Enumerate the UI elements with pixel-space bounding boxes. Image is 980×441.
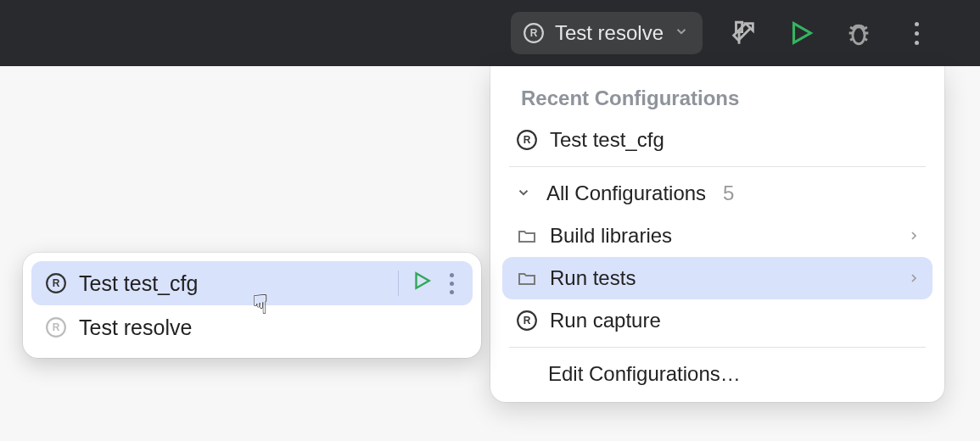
folder-icon bbox=[516, 225, 538, 247]
config-item-label: Test test_cfg bbox=[550, 128, 664, 152]
chevron-down-icon bbox=[516, 181, 531, 205]
svg-text:R: R bbox=[53, 321, 60, 333]
svg-text:R: R bbox=[53, 277, 60, 289]
run-button[interactable] bbox=[784, 16, 818, 50]
rust-icon: R bbox=[523, 22, 545, 44]
more-actions-button[interactable] bbox=[899, 16, 933, 50]
config-item-label: Run tests bbox=[550, 266, 636, 290]
recent-configs-heading: Recent Configurations bbox=[490, 81, 944, 119]
quick-list-item[interactable]: R Test resolve bbox=[31, 305, 473, 349]
all-configs-label: All Configurations bbox=[546, 181, 706, 205]
all-configs-header[interactable]: All Configurations 5 bbox=[490, 172, 944, 215]
separator bbox=[398, 271, 399, 296]
all-configs-count: 5 bbox=[723, 181, 734, 205]
svg-text:R: R bbox=[524, 315, 531, 327]
edit-configurations-label: Edit Configurations… bbox=[548, 362, 741, 386]
quick-list-item-label: Test resolve bbox=[79, 315, 192, 340]
quick-list-item-label: Test test_cfg bbox=[79, 271, 198, 296]
rust-icon: R bbox=[45, 316, 67, 338]
more-icon[interactable] bbox=[445, 273, 459, 294]
chevron-right-icon bbox=[907, 224, 921, 248]
run-config-dropdown: Recent Configurations R Test test_cfg Al… bbox=[490, 66, 944, 402]
build-button[interactable] bbox=[726, 16, 760, 50]
separator bbox=[509, 166, 926, 167]
quick-list-item[interactable]: R Test test_cfg bbox=[31, 261, 473, 305]
config-item-build-libraries[interactable]: Build libraries bbox=[490, 215, 944, 257]
svg-point-3 bbox=[853, 27, 865, 44]
folder-icon bbox=[516, 267, 538, 289]
kebab-icon bbox=[915, 22, 919, 45]
svg-text:R: R bbox=[524, 134, 531, 146]
run-config-label: Test resolve bbox=[555, 21, 664, 45]
config-item-run-capture[interactable]: R Run capture bbox=[490, 299, 944, 342]
config-item-label: Build libraries bbox=[550, 224, 672, 248]
svg-text:R: R bbox=[530, 27, 538, 39]
debug-button[interactable] bbox=[842, 16, 876, 50]
config-quick-list: R Test test_cfg R Test resolve bbox=[23, 253, 481, 358]
edit-configurations-item[interactable]: Edit Configurations… bbox=[490, 353, 944, 395]
svg-marker-2 bbox=[794, 24, 811, 43]
config-item-run-tests[interactable]: Run tests bbox=[502, 257, 932, 299]
config-item-label: Run capture bbox=[550, 309, 661, 332]
separator bbox=[509, 347, 926, 348]
recent-config-item[interactable]: R Test test_cfg bbox=[490, 119, 944, 161]
chevron-down-icon bbox=[674, 24, 689, 42]
chevron-right-icon bbox=[907, 266, 921, 290]
rust-icon: R bbox=[516, 310, 538, 332]
rust-icon: R bbox=[45, 272, 67, 294]
svg-marker-10 bbox=[417, 273, 429, 287]
rust-icon: R bbox=[516, 129, 538, 151]
run-config-selector[interactable]: R Test resolve bbox=[511, 12, 703, 54]
main-toolbar: R Test resolve bbox=[0, 0, 980, 66]
run-icon[interactable] bbox=[411, 270, 433, 297]
